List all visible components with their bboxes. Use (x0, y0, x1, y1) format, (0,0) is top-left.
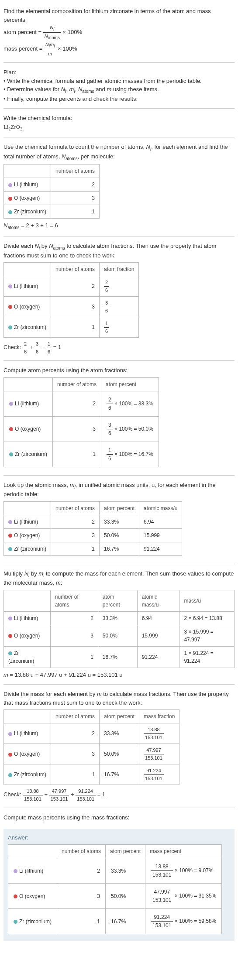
atom-count: 2 (57, 858, 106, 884)
table-header: atom percent (100, 501, 139, 515)
table-header: mass fraction (139, 710, 179, 723)
element-dot-icon (8, 183, 12, 187)
mass-percent-formula: mass percent = Nimi m × 100% (3, 41, 235, 57)
atom-count: 2 (53, 391, 101, 416)
mass-fraction: 47.997153.101 (139, 744, 179, 764)
plan-bullet: • Finally, compute the percents and chec… (3, 95, 235, 103)
frac-den: 153.101 (151, 896, 173, 904)
table-header: number of atoms (50, 590, 98, 611)
element-name: Zr (zirconium) (8, 650, 34, 664)
element-name: Li (lithium) (14, 615, 38, 621)
table-header: atom percent (106, 845, 145, 858)
frac-den: 6 (107, 429, 113, 437)
element-cell: O (oxygen) (4, 416, 53, 442)
atom-count: 3 (51, 744, 100, 764)
element-cell: Zr (zirconium) (8, 909, 57, 934)
element-dot-icon (8, 634, 12, 638)
answer-block: Answer: number of atoms atom percent mas… (3, 829, 235, 942)
table-row: Li (lithium)233.3%13.88153.101 × 100% = … (8, 858, 222, 884)
plan-section: Plan: • Write the chemical formula and g… (3, 65, 235, 106)
element-cell: Li (lithium) (8, 858, 57, 884)
atom-percent: 16.7% (106, 909, 145, 934)
frac-num: 2 (107, 396, 113, 404)
atom-percent: 16.7% (100, 542, 139, 555)
atom-count: 1 (51, 542, 100, 555)
frac-den: 6 (104, 307, 109, 315)
atomicmass-section: Look up the atomic mass, mi, in unified … (3, 477, 235, 562)
table-header: atom percent (100, 710, 139, 723)
frac-num: 47.997 (151, 888, 173, 896)
frac-den: 153.101 (144, 754, 164, 762)
atomicmass-table: number of atoms atom percent atomic mass… (3, 501, 182, 556)
atomfrac-section: Divide each Ni by Natoms to calculate at… (3, 238, 235, 359)
result: × 100% = 31.35% (173, 893, 216, 899)
element-name: Zr (zirconium) (15, 451, 47, 457)
element-name: O (oxygen) (14, 751, 40, 757)
atompercent-table: number of atoms atom percent Li (lithium… (3, 377, 159, 467)
table-row: Zr (zirconium)116 × 100% = 16.7% (4, 442, 159, 467)
result: × 100% = 59.58% (173, 918, 216, 924)
table-header: mass/u (179, 590, 235, 611)
table-header (4, 710, 51, 723)
element-name: Li (lithium) (14, 182, 38, 188)
element-name: Zr (zirconium) (14, 546, 46, 552)
table-header (4, 501, 51, 515)
atompercent-intro: Compute atom percents using the atom fra… (3, 366, 235, 375)
table-row: Li (lithium)226 × 100% = 33.3% (4, 391, 159, 416)
table-header: number of atoms (53, 377, 101, 391)
element-name: Li (lithium) (14, 283, 38, 289)
plan-title: Plan: (3, 68, 235, 77)
element-cell: Zr (zirconium) (4, 442, 53, 467)
element-dot-icon (14, 894, 17, 898)
intro-section: Find the elemental composition for lithi… (3, 3, 235, 61)
element-cell: Zr (zirconium) (4, 205, 51, 219)
table-header (4, 377, 53, 391)
frac-num: 47.997 (144, 747, 164, 754)
frac-den: 153.101 (144, 734, 164, 741)
table-row: Zr (zirconium)116.7%91.224 (4, 542, 182, 555)
atom-percent: 50.0% (106, 884, 145, 909)
table-row: Zr (zirconium)116.7%91.224153.101 × 100%… (8, 909, 222, 934)
table-row: O (oxygen)3 (4, 192, 100, 205)
answer-table: number of atoms atom percent mass percen… (8, 844, 222, 934)
element-name: Zr (zirconium) (14, 209, 46, 215)
intro-text: Find the elemental composition for lithi… (3, 7, 235, 24)
frac-num: 91.224 (151, 913, 173, 922)
table-row: O (oxygen)350.0%15.9993 × 15.999 = 47.99… (4, 625, 235, 646)
eq: = 1 (96, 792, 105, 798)
frac-num: Nimi (44, 41, 56, 50)
element-cell: O (oxygen) (4, 744, 51, 764)
element-dot-icon (14, 869, 17, 873)
atomic-mass: 6.94 (139, 515, 182, 528)
table-row: Li (lithium)233.3%6.942 × 6.94 = 13.88 (4, 611, 235, 625)
result: × 100% = 50.0% (113, 425, 153, 432)
table-row: Li (lithium)2 (4, 178, 100, 192)
mass-table: number of atoms atom percent atomic mass… (3, 590, 235, 668)
table-header: atom percent (98, 590, 137, 611)
table-header (8, 845, 57, 858)
atom-count: 3 (51, 297, 100, 317)
element-name: O (oxygen) (14, 195, 40, 201)
element-cell: O (oxygen) (4, 297, 51, 317)
mass-calc: 2 × 6.94 = 13.88 (179, 611, 235, 625)
element-cell: Li (lithium) (4, 391, 53, 416)
element-name: Li (lithium) (14, 730, 38, 737)
element-dot-icon (9, 402, 13, 406)
divider (3, 684, 235, 685)
atom-count: 2 (50, 611, 98, 625)
mass-calc: 3 × 15.999 = 47.997 (179, 625, 235, 646)
atom-percent: 26 × 100% = 33.3% (101, 391, 159, 416)
atomfrac-table: number of atoms atom fraction Li (lithiu… (3, 262, 139, 338)
table-header (4, 263, 51, 276)
atomic-mass: 91.224 (137, 646, 179, 668)
table-header-row: number of atoms atom fraction (4, 263, 139, 276)
mass-percent-label: mass percent = (3, 45, 44, 52)
frac-num: 13.88 (23, 788, 43, 795)
atom-count: 3 (50, 625, 98, 646)
element-dot-icon (9, 452, 13, 456)
massfrac-intro: Divide the mass for each element by m to… (3, 690, 235, 707)
table-header: number of atoms (57, 845, 106, 858)
frac-num: 1 (104, 320, 109, 328)
formula-section: Write the chemical formula: Li2ZrO3 (3, 110, 235, 135)
element-dot-icon (8, 284, 12, 288)
